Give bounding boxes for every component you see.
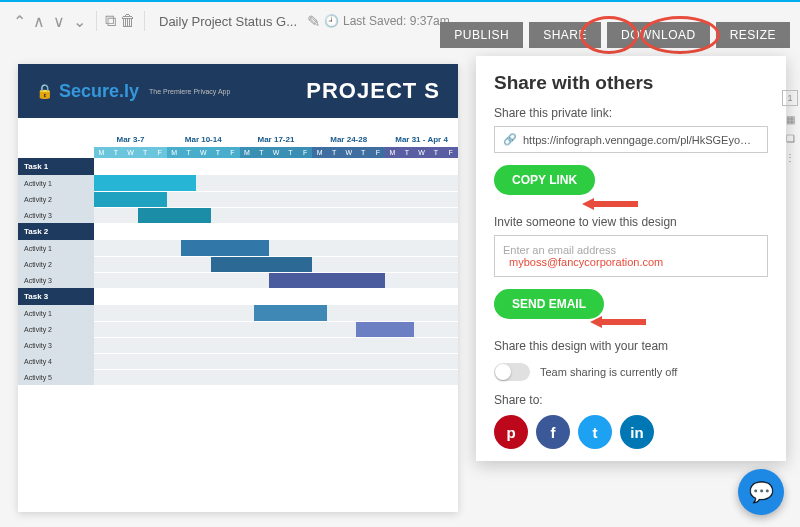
gantt-cell bbox=[269, 369, 284, 385]
gantt-cell bbox=[312, 223, 327, 240]
gantt-cell bbox=[225, 369, 240, 385]
gantt-cell bbox=[123, 240, 138, 256]
facebook-icon[interactable]: f bbox=[536, 415, 570, 449]
gantt-cell bbox=[181, 272, 196, 288]
gantt-cell bbox=[429, 158, 444, 175]
gantt-cell bbox=[269, 256, 284, 272]
gantt-cell bbox=[211, 256, 226, 272]
day-header: F bbox=[152, 147, 167, 158]
pinterest-icon[interactable]: p bbox=[494, 415, 528, 449]
gantt-cell bbox=[109, 256, 124, 272]
gantt-cell bbox=[385, 223, 400, 240]
gantt-cell bbox=[400, 272, 415, 288]
gantt-cell bbox=[298, 223, 313, 240]
gantt-cell bbox=[225, 207, 240, 223]
gantt-cell bbox=[341, 207, 356, 223]
gantt-cell bbox=[327, 191, 342, 207]
gantt-cell bbox=[240, 158, 255, 175]
act-label: Activity 3 bbox=[18, 337, 94, 353]
gantt-cell bbox=[400, 223, 415, 240]
gantt-cell bbox=[341, 337, 356, 353]
document-title[interactable]: Daily Project Status G... bbox=[153, 14, 303, 29]
edit-icon[interactable]: ✎ bbox=[307, 12, 320, 31]
gantt-cell bbox=[283, 240, 298, 256]
gantt-cell bbox=[225, 321, 240, 337]
grid-icon[interactable]: ▦ bbox=[786, 114, 795, 125]
copy-link-button[interactable]: COPY LINK bbox=[494, 165, 595, 195]
gantt-cell bbox=[400, 337, 415, 353]
share-to-label: Share to: bbox=[494, 393, 768, 407]
share-link-input[interactable]: 🔗 https://infograph.venngage.com/pl/HkSG… bbox=[494, 126, 768, 153]
gantt-cell bbox=[254, 256, 269, 272]
trash-icon[interactable]: 🗑 bbox=[120, 12, 136, 30]
linkedin-icon[interactable]: in bbox=[620, 415, 654, 449]
gantt-cell bbox=[94, 240, 109, 256]
gantt-cell bbox=[109, 337, 124, 353]
team-share-toggle[interactable] bbox=[494, 363, 530, 381]
design-canvas[interactable]: 🔒 Secure.ly The Premiere Privacy App PRO… bbox=[18, 64, 458, 512]
task-label: Task 3 bbox=[18, 288, 94, 305]
gantt-cell bbox=[414, 321, 429, 337]
resize-button[interactable]: RESIZE bbox=[716, 22, 790, 48]
gantt-cell bbox=[443, 158, 458, 175]
download-button[interactable]: DOWNLOAD bbox=[607, 22, 710, 48]
gantt-cell bbox=[109, 321, 124, 337]
email-input[interactable]: Enter an email address myboss@fancycorpo… bbox=[494, 235, 768, 277]
page-indicator[interactable]: 1 bbox=[782, 90, 798, 106]
gantt-cell bbox=[327, 288, 342, 305]
gantt-cell bbox=[400, 158, 415, 175]
gantt-cell bbox=[283, 288, 298, 305]
day-header: M bbox=[94, 147, 109, 158]
gantt-cell bbox=[356, 240, 371, 256]
layers-icon[interactable]: ❏ bbox=[786, 133, 795, 144]
send-email-button[interactable]: SEND EMAIL bbox=[494, 289, 604, 319]
act-label: Activity 3 bbox=[18, 272, 94, 288]
gantt-cell bbox=[269, 175, 284, 191]
gantt-cell bbox=[240, 175, 255, 191]
day-header: F bbox=[443, 147, 458, 158]
gantt-cell bbox=[429, 256, 444, 272]
gantt-cell bbox=[429, 175, 444, 191]
gantt-cell bbox=[356, 256, 371, 272]
gantt-cell bbox=[152, 175, 167, 191]
up-icon[interactable]: ∧ bbox=[30, 12, 48, 31]
gantt-cell bbox=[152, 256, 167, 272]
annotation-arrow-copy bbox=[582, 197, 638, 211]
gantt-cell bbox=[371, 175, 386, 191]
brand-name: Secure.ly bbox=[59, 81, 139, 102]
annotation-arrow-send bbox=[590, 315, 646, 329]
gantt-cell bbox=[371, 240, 386, 256]
share-panel-title: Share with others bbox=[494, 72, 768, 94]
down-icon[interactable]: ∨ bbox=[50, 12, 68, 31]
act-label: Activity 5 bbox=[18, 369, 94, 385]
gantt-cell bbox=[414, 223, 429, 240]
gantt-cell bbox=[196, 288, 211, 305]
publish-button[interactable]: PUBLISH bbox=[440, 22, 523, 48]
gantt-cell bbox=[312, 272, 327, 288]
svg-marker-0 bbox=[582, 198, 638, 210]
twitter-icon[interactable]: t bbox=[578, 415, 612, 449]
gantt-cell bbox=[269, 353, 284, 369]
action-buttons: PUBLISH SHARE DOWNLOAD RESIZE bbox=[440, 22, 790, 48]
double-down-icon[interactable]: ⌄ bbox=[70, 12, 88, 31]
share-button[interactable]: SHARE bbox=[529, 22, 601, 48]
gantt-cell bbox=[443, 223, 458, 240]
gantt-cell bbox=[443, 272, 458, 288]
gantt-cell bbox=[327, 353, 342, 369]
gantt-cell bbox=[298, 369, 313, 385]
chat-icon: 💬 bbox=[749, 480, 774, 504]
gantt-cell bbox=[181, 305, 196, 321]
gantt-cell bbox=[371, 305, 386, 321]
gantt-cell bbox=[400, 256, 415, 272]
gantt-cell bbox=[356, 353, 371, 369]
gantt-cell bbox=[371, 223, 386, 240]
more-icon[interactable]: ⋮ bbox=[785, 152, 795, 163]
double-up-icon[interactable]: ⌃ bbox=[10, 12, 28, 31]
gantt-cell bbox=[225, 305, 240, 321]
gantt-cell bbox=[138, 223, 153, 240]
gantt-cell bbox=[196, 158, 211, 175]
gantt-cell bbox=[254, 223, 269, 240]
chat-fab[interactable]: 💬 bbox=[738, 469, 784, 515]
gantt-cell bbox=[181, 337, 196, 353]
copy-icon[interactable]: ⧉ bbox=[105, 12, 116, 30]
